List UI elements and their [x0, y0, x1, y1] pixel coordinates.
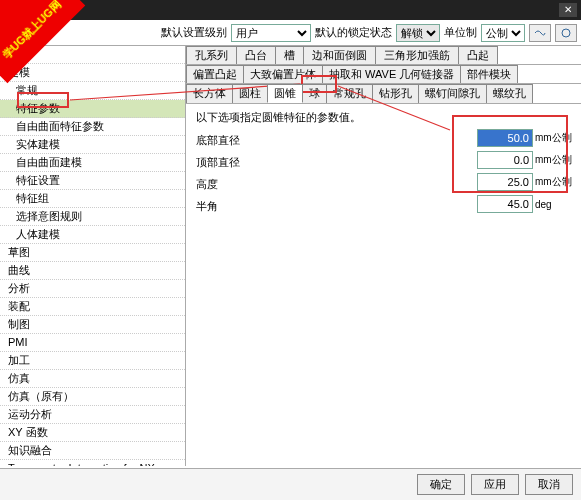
tab[interactable]: 圆柱: [232, 84, 268, 103]
tree-item[interactable]: 仿真: [0, 370, 185, 388]
lock-state-select[interactable]: 解锁: [396, 24, 440, 42]
tab[interactable]: 凸起: [458, 46, 498, 64]
tabs-row-3: 长方体圆柱圆锥球常规孔钻形孔螺钉间隙孔螺纹孔: [186, 84, 581, 104]
tree-item[interactable]: 制图: [0, 316, 185, 334]
tool-icon-2[interactable]: [555, 24, 577, 42]
param-input[interactable]: [477, 151, 533, 169]
param-label: 半角: [196, 199, 296, 214]
param-input[interactable]: [477, 129, 533, 147]
default-level-label: 默认设置级别: [161, 25, 227, 40]
unit-select[interactable]: 公制: [481, 24, 525, 42]
tab[interactable]: 钻形孔: [372, 84, 419, 103]
unit-label: 单位制: [444, 25, 477, 40]
tab[interactable]: 凸台: [236, 46, 276, 64]
tree-item[interactable]: XY 函数: [0, 424, 185, 442]
tree-item[interactable]: PMI: [0, 334, 185, 352]
param-input[interactable]: [477, 173, 533, 191]
tree-item[interactable]: 特征参数: [0, 100, 185, 118]
tabs-row-2: 偏置凸起大致偏置片体抽取和 WAVE 几何链接器部件模块: [186, 65, 581, 84]
tool-icon-1[interactable]: [529, 24, 551, 42]
param-unit: mm公制: [535, 131, 573, 145]
param-unit: mm公制: [535, 175, 573, 189]
footer-bar: 确定 应用 取消: [0, 468, 581, 500]
tree-item[interactable]: Teamcenter Integration for NX: [0, 460, 185, 466]
description-text: 以下选项指定圆锥特征的参数值。: [186, 104, 581, 129]
tree-item[interactable]: 特征组: [0, 190, 185, 208]
tree-item[interactable]: 人体建模: [0, 226, 185, 244]
tabs-row-1: 孔系列凸台槽边和面倒圆三角形加强筋凸起: [186, 46, 581, 65]
param-label: 顶部直径: [196, 155, 296, 170]
top-toolbar: 默认设置级别 用户 默认的锁定状态 解锁 单位制 公制: [0, 20, 581, 46]
tree-item[interactable]: 曲线: [0, 262, 185, 280]
tree-item[interactable]: 自由曲面建模: [0, 154, 185, 172]
tab[interactable]: 孔系列: [186, 46, 237, 64]
cancel-button[interactable]: 取消: [525, 474, 573, 495]
tab[interactable]: 大致偏置片体: [243, 65, 323, 83]
tab[interactable]: 螺纹孔: [486, 84, 533, 103]
tree-item[interactable]: 特征设置: [0, 172, 185, 190]
tab[interactable]: 常规孔: [326, 84, 373, 103]
param-input[interactable]: [477, 195, 533, 213]
tree-item[interactable]: 建模: [0, 64, 185, 82]
content-panel: 孔系列凸台槽边和面倒圆三角形加强筋凸起 偏置凸起大致偏置片体抽取和 WAVE 几…: [186, 46, 581, 466]
ok-button[interactable]: 确定: [417, 474, 465, 495]
close-button[interactable]: ✕: [559, 3, 577, 17]
tree-item[interactable]: 知识融合: [0, 442, 185, 460]
param-unit: mm公制: [535, 153, 573, 167]
tree-item[interactable]: 选择意图规则: [0, 208, 185, 226]
tab[interactable]: 槽: [275, 46, 304, 64]
param-label: 高度: [196, 177, 296, 192]
tab[interactable]: 圆锥: [267, 84, 303, 103]
tree-item[interactable]: 装配: [0, 298, 185, 316]
lock-state-label: 默认的锁定状态: [315, 25, 392, 40]
tree-item[interactable]: 实体建模: [0, 136, 185, 154]
svg-point-0: [562, 29, 570, 37]
tab[interactable]: 抽取和 WAVE 几何链接器: [322, 65, 461, 83]
tab[interactable]: 部件模块: [460, 65, 518, 83]
tree-item[interactable]: 仿真（原有）: [0, 388, 185, 406]
tab[interactable]: 长方体: [186, 84, 233, 103]
param-label: 底部直径: [196, 133, 296, 148]
tree-item[interactable]: 草图: [0, 244, 185, 262]
tab[interactable]: 边和面倒圆: [303, 46, 376, 64]
tree-item[interactable]: 常规: [0, 82, 185, 100]
tab[interactable]: 球: [302, 84, 327, 103]
default-level-select[interactable]: 用户: [231, 24, 311, 42]
tab[interactable]: 三角形加强筋: [375, 46, 459, 64]
tree-item[interactable]: 加工: [0, 352, 185, 370]
tree-item[interactable]: 分析: [0, 280, 185, 298]
apply-button[interactable]: 应用: [471, 474, 519, 495]
tab[interactable]: 偏置凸起: [186, 65, 244, 83]
tab[interactable]: 螺钉间隙孔: [418, 84, 487, 103]
tree-item[interactable]: 自由曲面特征参数: [0, 118, 185, 136]
tree-item[interactable]: 运动分析: [0, 406, 185, 424]
param-unit: deg: [535, 199, 573, 210]
nav-tree[interactable]: 环境建模常规特征参数自由曲面特征参数实体建模自由曲面建模特征设置特征组选择意图规…: [0, 46, 186, 466]
